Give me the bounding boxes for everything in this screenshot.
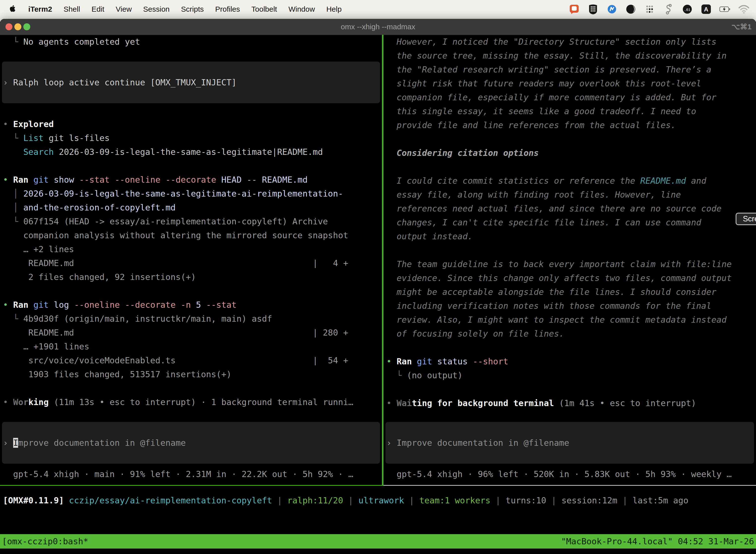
window-title: omx --xhigh --madmax [0,19,756,35]
iterm2-window: omx --xhigh --madmax ⌥⌘1 └ No agents com… [0,19,756,554]
battery-charging-icon[interactable] [719,3,731,15]
screen-share-chip[interactable]: Scre [736,213,756,225]
menu-item-help[interactable]: Help [326,5,342,13]
left-pane-top: └ No agents completed yet [3,35,382,49]
terminal-line: • Ran git log --oneline --decorate -n 5 … [3,298,382,312]
terminal-line: └ (no output) [386,368,756,382]
terminal-line: companion file, especially if more comme… [386,90,756,104]
terminal-line: review. Also, I might want to inspect th… [386,313,756,327]
terminal-line [386,243,756,257]
input-source-a-icon[interactable]: A [700,3,712,15]
terminal-line: • Ran git show --stat --oneline --decora… [3,173,382,187]
tmux-session-label: [omx-cczip0:bash* [0,534,88,549]
battery-gauge-61-icon[interactable]: ..61 [682,3,693,15]
right-pane-body: However, I noticed the "Directory Struct… [386,35,756,410]
terminal-line: Considering citation options [386,146,756,160]
terminal-line: └ No agents completed yet [3,35,382,49]
apple-icon [9,4,15,12]
sync-badge-icon[interactable] [606,3,618,15]
terminal-line: README.md | 280 + [3,326,382,340]
terminal-line: gpt-5.4 xhigh · main · 91% left · 2.31M … [3,467,382,481]
terminal-line [386,340,756,354]
left-prompt-input[interactable]: › Improve documentation in @filename [2,422,380,464]
terminal-pane-right[interactable]: However, I noticed the "Directory Struct… [383,35,756,554]
keypad-shield-icon[interactable] [587,3,599,15]
terminal-line: │ 2026-03-09-is-legal-the-same-as-legiti… [3,187,382,201]
battery-gauge-label: ..61 [684,7,690,12]
tmux-status-bar: [omx-cczip0:bash* "MacBook-Pro-44.local"… [0,534,756,549]
menu-item-edit[interactable]: Edit [91,5,105,13]
terminal-line: 1903 files changed, 513517 insertions(+) [3,367,382,381]
menu-items: iTerm2 Shell Edit View Session Scripts P… [0,4,341,14]
terminal-line: However, I noticed the "Directory Struct… [386,35,756,49]
omx-status-bar: [OMX#0.11.9] cczip/essay/ai-reimplementa… [3,493,755,507]
right-status-line: gpt-5.4 xhigh · 96% left · 520K in · 5.8… [386,467,756,481]
menu-bar: iTerm2 Shell Edit View Session Scripts P… [0,0,756,18]
terminal-line: companion analysis without altering the … [3,228,382,242]
terminal-line: essay file, along with finding root file… [386,188,756,202]
menu-status-icons: ..61 A [568,3,756,15]
right-pane-bottom-divider [383,485,756,486]
moon-toggle-icon[interactable] [625,3,636,15]
terminal-line: … +1901 lines [3,340,382,353]
left-command-box[interactable]: › Ralph loop active continue [OMX_TMUX_I… [2,62,380,103]
terminal-line: • Explored [3,117,382,131]
terminal-line: • Working (11m 13s • esc to interrupt) ·… [3,395,382,409]
terminal-line: output instead. [386,229,756,243]
wifi-icon[interactable] [738,3,750,15]
menu-item-window[interactable]: Window [289,5,315,13]
terminal-line: └ 067f154 (HEAD -> essay/ai-reimplementa… [3,214,382,228]
dots-grid-icon[interactable] [644,3,655,15]
terminal-line: • Waiting for background terminal (1m 41… [386,396,756,410]
menu-item-session[interactable]: Session [143,5,170,13]
tmux-host-clock: "MacBook-Pro-44.local" 04:52 31-Mar-26 [561,534,756,549]
terminal-line: • Ran git status --short [386,354,756,368]
terminal-line [386,382,756,396]
window-title-bar[interactable]: omx --xhigh --madmax ⌥⌘1 [0,19,756,35]
terminal-line: references need actual files, and since … [386,202,756,215]
terminal-line: │ and-the-erosion-of-copyleft.md [3,201,382,214]
terminal-line: of focusing solely on file lines. [386,327,756,340]
menu-item-view[interactable]: View [116,5,132,13]
terminal-line [3,284,382,298]
terminal-line: › Ralph loop active continue [OMX_TMUX_I… [3,75,237,89]
menu-item-toolbelt[interactable]: Toolbelt [252,5,277,13]
terminal-line: including verification notes with those … [386,299,756,313]
menu-item-iterm2[interactable]: iTerm2 [28,5,52,13]
chat-bubble-icon[interactable] [568,3,580,15]
terminal-line: slight risk that future readers may over… [386,76,756,90]
terminal-line: gpt-5.4 xhigh · 96% left · 520K in · 5.8… [386,467,756,481]
terminal-line [3,381,382,395]
terminal-line: README.md | 4 + [3,256,382,270]
terminal-line: › Improve documentation in @filename [3,436,186,450]
terminal-line: the source tree, missing the essay. Stil… [386,49,756,63]
terminal-line: [OMX#0.11.9] cczip/essay/ai-reimplementa… [3,493,755,507]
terminal-line [386,160,756,174]
apple-menu[interactable] [9,4,17,14]
terminal-line: the "Related research writing" section i… [386,63,756,76]
terminal-line: › Improve documentation in @filename [386,436,569,450]
menu-item-shell[interactable]: Shell [63,5,80,13]
terminal-line [386,132,756,146]
terminal-pane-left[interactable]: └ No agents completed yet › Ralph loop a… [0,35,382,554]
left-status-line: gpt-5.4 xhigh · main · 91% left · 2.31M … [3,467,382,481]
terminal-line: … +2 lines [3,242,382,256]
input-source-label: A [704,6,708,13]
menu-item-scripts[interactable]: Scripts [181,5,204,13]
terminal-line: The team guideline is to back every impo… [386,257,756,271]
terminal-line: evidence. Since this change only affects… [386,271,756,285]
terminal-line: src/voice/voiceModeEnabled.ts | 54 + [3,353,382,367]
terminal-line: provide file and line references from th… [386,118,756,132]
right-prompt-input[interactable]: › Improve documentation in @filename [385,422,754,464]
window-shortcut-hint: ⌥⌘1 [732,19,752,35]
menu-item-profiles[interactable]: Profiles [215,5,240,13]
terminal-line [3,159,382,173]
squiggle-icon[interactable] [663,3,674,15]
terminal-line: └ 4b9d30f (origin/main, instructkr/main,… [3,312,382,326]
terminal-line: might be acceptable alongside the file l… [386,285,756,299]
left-pane-bottom-divider [0,485,382,486]
terminal-line: └ List git ls-files [3,131,382,145]
terminal-line: this single essay, it seems like a good … [386,104,756,118]
terminal-line: changes, I can't cite specific file line… [386,215,756,229]
screen-share-chip-label: Scre [743,214,756,223]
